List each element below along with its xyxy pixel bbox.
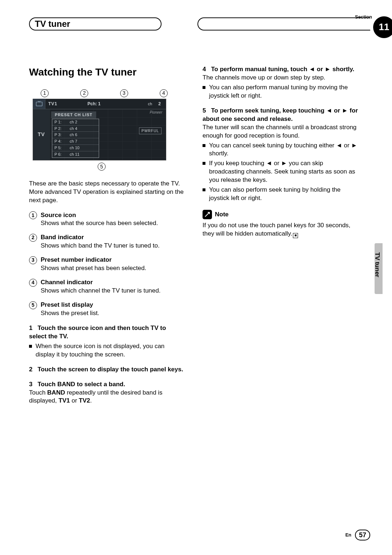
definition-item: 1Source icon Shows what the source has b… — [29, 211, 185, 228]
step-num: 4 — [203, 66, 206, 73]
pch-value: 1 — [98, 101, 101, 106]
callout-3: 3 — [120, 89, 128, 97]
header-right-frame — [197, 17, 370, 30]
bullet-icon — [203, 86, 205, 89]
step-body: Touch BAND repeatedly until the desired … — [29, 389, 185, 405]
footer-lang: En — [345, 532, 351, 538]
step-5: 5To perform seek tuning, keep touching ◄… — [203, 107, 359, 203]
bullet-text: If you keep touching ◄ or ► you can skip… — [209, 159, 359, 184]
preset-row: P 5:ch 10 — [52, 145, 99, 151]
bullet-text: You can also perform manual tuning by mo… — [209, 83, 359, 100]
preset-row: P 6:ch 11 — [52, 151, 99, 158]
def-body: Shows which channel the TV tuner is tune… — [41, 287, 185, 295]
right-arrow-icon: ► — [351, 142, 357, 149]
left-column: Watching the TV tuner 1 2 3 4 TV1 Pch: 1 — [29, 65, 185, 407]
channel-value: 2 — [158, 101, 161, 107]
bullet-text: When the source icon is not displayed, y… — [36, 342, 185, 359]
def-title: Channel indicator — [41, 279, 93, 286]
def-num: 5 — [29, 301, 37, 309]
left-arrow-icon: ◄ — [266, 160, 272, 167]
callout-5: 5 — [98, 163, 106, 171]
preset-list-header: PRESET CH LIST — [51, 111, 96, 118]
pch-label: Pch: — [87, 101, 97, 106]
step-num: 1 — [29, 325, 32, 331]
def-body: Shows what preset has been selected. — [41, 264, 185, 273]
def-num: 4 — [29, 279, 37, 287]
bullet-icon — [203, 144, 205, 147]
step-num: 5 — [203, 107, 206, 114]
band-indicator: TV1 — [48, 101, 57, 107]
def-body: Shows what the source has been selected. — [41, 219, 185, 228]
def-num: 2 — [29, 234, 37, 242]
left-arrow-icon: ◄ — [336, 142, 342, 149]
note-body: If you do not use the touch panel keys f… — [203, 221, 359, 238]
step-head: 4To perform manual tuning, touch ◄ or ► … — [203, 65, 359, 74]
step-1: 1Touch the source icon and then touch TV… — [29, 324, 185, 359]
preset-row: P 3:ch 6 — [52, 132, 99, 138]
def-title: Band indicator — [41, 234, 84, 241]
step-2: 2Touch the screen to display the touch p… — [29, 366, 185, 374]
definition-item: 2Band indicator Shows which band the TV … — [29, 233, 185, 250]
end-of-section-icon — [293, 233, 298, 238]
def-num: 3 — [29, 256, 37, 264]
def-num: 1 — [29, 211, 37, 219]
bullet-icon — [29, 345, 32, 348]
note-label: Note — [215, 211, 229, 219]
step-head: Touch the screen to display the touch pa… — [37, 366, 183, 373]
preset-list: P 1:ch 2 P 2:ch 4 P 3:ch 6 P 4:ch 7 P 5:… — [52, 119, 99, 158]
definition-item: 4Channel indicator Shows which channel t… — [29, 278, 185, 295]
tv-icon — [33, 99, 45, 109]
side-tab-label: TV tuner — [373, 252, 381, 277]
section-number-badge: 11 — [373, 16, 392, 38]
left-arrow-icon: ◄ — [326, 107, 332, 114]
intro-text: These are the basic steps necessary to o… — [29, 180, 185, 205]
note-icon — [203, 210, 212, 219]
right-arrow-icon: ► — [342, 107, 348, 114]
svg-rect-0 — [36, 102, 42, 106]
screenshot-figure: 1 2 3 4 TV1 Pch: 1 ch 2 — [33, 89, 171, 171]
definition-item: 5Preset list display Shows the preset li… — [29, 301, 185, 318]
def-title: Preset list display — [41, 301, 93, 308]
definition-item: 3Preset number indicator Shows what pres… — [29, 256, 185, 273]
step-bullet: When the source icon is not displayed, y… — [29, 342, 185, 359]
seek-bullet-2: If you keep touching ◄ or ► you can skip… — [203, 159, 359, 184]
def-body: Shows which band the TV tuner is tuned t… — [41, 242, 185, 250]
callout-2: 2 — [80, 89, 88, 97]
def-title: Source icon — [41, 212, 76, 219]
page-number: 57 — [355, 530, 370, 540]
preset-row: P 4:ch 7 — [52, 138, 99, 145]
bullet-text: You can also perform seek tuning by hold… — [209, 186, 359, 203]
step-4: 4To perform manual tuning, touch ◄ or ► … — [203, 65, 359, 100]
preset-number-indicator: Pch: 1 — [87, 101, 101, 107]
step-bullet: You can also perform manual tuning by mo… — [203, 83, 359, 100]
step-head: Touch BAND to select a band. — [37, 381, 125, 388]
header-title: TV tuner — [35, 18, 70, 30]
step-num: 3 — [29, 381, 32, 388]
right-arrow-icon: ► — [281, 160, 287, 167]
bullet-text: You can cancel seek tuning by touching e… — [209, 142, 359, 158]
preset-row: P 1:ch 2 — [52, 119, 99, 126]
step-head: Touch the source icon and then touch TV … — [29, 325, 166, 340]
step-body: The channels move up or down step by ste… — [203, 74, 359, 82]
channel-label: ch — [148, 101, 152, 107]
step-head: 5To perform seek tuning, keep touching ◄… — [203, 107, 359, 123]
bullet-icon — [203, 188, 205, 191]
page-title: Watching the TV tuner — [29, 65, 185, 79]
preset-row: P 2:ch 4 — [52, 126, 99, 132]
source-icon: TV — [33, 109, 50, 160]
brand-label: Pioneer — [150, 110, 162, 115]
powerful-badge: PWRFUL — [139, 127, 162, 135]
callout-1: 1 — [41, 89, 49, 97]
header-capsule: TV tuner — [29, 17, 162, 30]
right-arrow-icon: ► — [325, 66, 331, 73]
step-num: 2 — [29, 366, 32, 373]
note-header: Note — [203, 210, 359, 219]
callout-4: 4 — [160, 89, 168, 97]
def-title: Preset number indicator — [41, 256, 112, 263]
page-footer: En 57 — [345, 530, 370, 540]
step-body: The tuner will scan the channels until a… — [203, 123, 359, 140]
page-header: TV tuner — [29, 15, 370, 29]
seek-bullet-3: You can also perform seek tuning by hold… — [203, 186, 359, 203]
def-body: Shows the preset list. — [41, 309, 185, 318]
tv-screenshot: TV1 Pch: 1 ch 2 Pioneer TV PRESET CH LIS… — [33, 99, 166, 160]
